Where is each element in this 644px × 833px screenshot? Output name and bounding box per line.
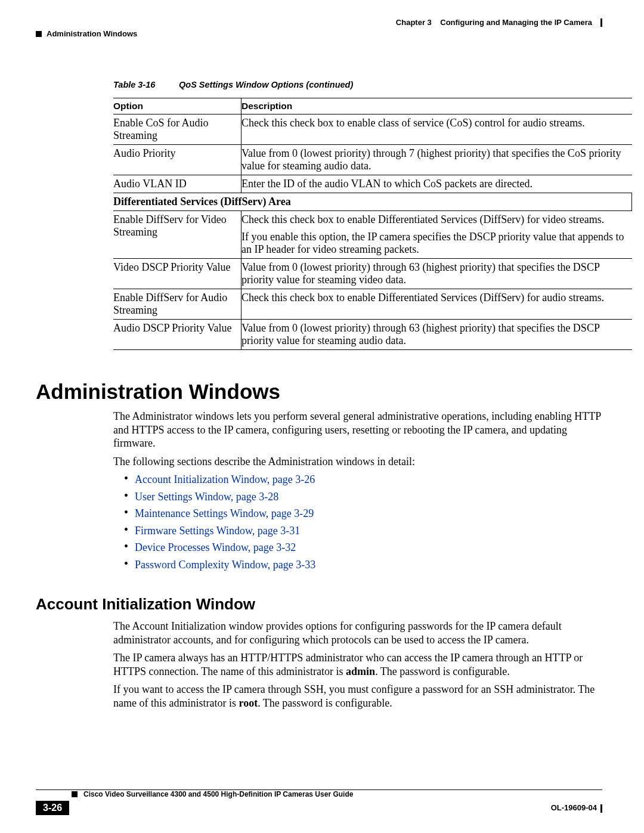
doc-id: OL-19609-04 xyxy=(551,803,602,813)
table-row: Audio VLAN IDEnter the ID of the audio V… xyxy=(113,175,632,193)
table-row: Enable DiffServ for Video StreamingCheck… xyxy=(113,211,632,259)
heading-account-init: Account Initialization Window xyxy=(36,595,602,614)
heading-admin-windows: Administration Windows xyxy=(36,380,602,404)
table-row: Audio PriorityValue from 0 (lowest prior… xyxy=(113,145,632,175)
link-password-complexity[interactable]: Password Complexity Window, page 3-33 xyxy=(124,558,602,572)
link-device-processes[interactable]: Device Processes Window, page 3-32 xyxy=(124,541,602,555)
link-account-init[interactable]: Account Initialization Window, page 3-26 xyxy=(124,473,602,487)
link-firmware[interactable]: Firmware Settings Window, page 3-31 xyxy=(124,524,602,538)
table-row: Enable CoS for Audio StreamingCheck this… xyxy=(113,114,632,145)
list-intro: The following sections describe the Admi… xyxy=(113,455,602,469)
account-p3: If you want to access the IP camera thro… xyxy=(113,683,602,710)
link-user-settings[interactable]: User Settings Window, page 3-28 xyxy=(124,490,602,504)
options-table: Option Description Enable CoS for Audio … xyxy=(113,98,632,350)
square-icon xyxy=(36,31,42,37)
page-number: 3-26 xyxy=(36,801,69,815)
page-subheader: Administration Windows xyxy=(36,29,602,38)
link-maintenance[interactable]: Maintenance Settings Window, page 3-29 xyxy=(124,507,602,521)
square-icon xyxy=(72,791,78,797)
col-option: Option xyxy=(113,98,242,114)
table-section: Differentiated Services (DiffServ) Area xyxy=(113,193,632,211)
intro-paragraph: The Administrator windows lets you perfo… xyxy=(113,410,602,450)
account-p2: The IP camera always has an HTTP/HTTPS a… xyxy=(113,651,602,678)
section-links: Account Initialization Window, page 3-26… xyxy=(113,473,602,571)
table-row: Video DSCP Priority ValueValue from 0 (l… xyxy=(113,259,632,289)
page-header: Chapter 3 Configuring and Managing the I… xyxy=(36,18,602,27)
page-footer: Cisco Video Surveillance 4300 and 4500 H… xyxy=(36,789,602,815)
account-p1: The Account Initialization window provid… xyxy=(113,620,602,646)
table-row: Enable DiffServ for Audio StreamingCheck… xyxy=(113,289,632,320)
table-caption: Table 3-16QoS Settings Window Options (c… xyxy=(113,80,602,89)
col-description: Description xyxy=(242,98,632,114)
footer-guide-title: Cisco Video Surveillance 4300 and 4500 H… xyxy=(83,790,353,798)
table-row: Audio DSCP Priority ValueValue from 0 (l… xyxy=(113,320,632,350)
